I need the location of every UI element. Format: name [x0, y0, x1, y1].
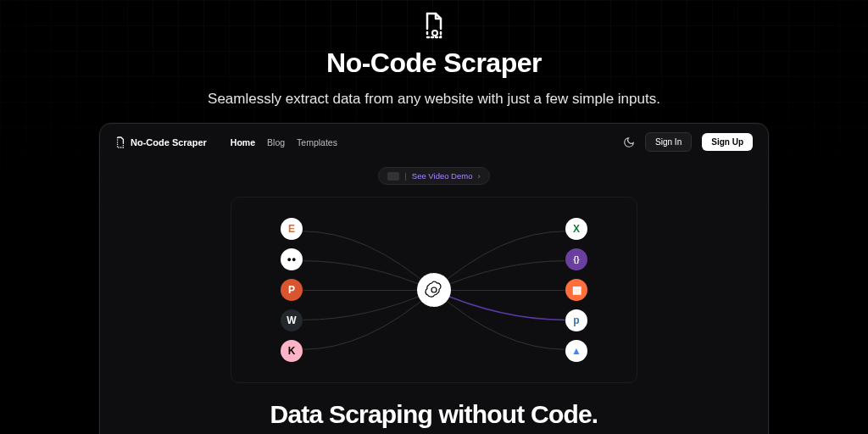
integration-diagram: E●●PWK X{}▦p▲: [231, 197, 637, 383]
svg-point-1: [431, 287, 437, 292]
center-openai-icon: [417, 273, 451, 307]
mockup-navbar: No-Code Scraper Home Blog Templates Sign…: [100, 124, 768, 160]
node-wordpress-icon: W: [281, 309, 303, 331]
nav-templates[interactable]: Templates: [297, 137, 337, 147]
nav-blog[interactable]: Blog: [267, 137, 285, 147]
node-drive-icon: ▲: [565, 340, 587, 362]
node-json-icon: {}: [565, 248, 587, 270]
mockup-brand[interactable]: No-Code Scraper: [115, 136, 207, 148]
video-demo-label: See Video Demo: [412, 171, 473, 181]
mockup-hero-title: Data Scraping without Code.: [100, 400, 768, 429]
node-medium-icon: ●●: [281, 248, 303, 270]
node-klarna-icon: K: [281, 340, 303, 362]
page-subtitle: Seamlessly extract data from any website…: [0, 91, 868, 108]
node-python-icon: p: [565, 309, 587, 331]
logo-icon: [422, 12, 446, 39]
mockup-brand-text: No-Code Scraper: [131, 137, 207, 147]
svg-point-0: [432, 31, 437, 36]
page-title: No-Code Scraper: [0, 47, 868, 79]
target-column: X{}▦p▲: [565, 218, 587, 362]
chevron-right-icon: ›: [477, 171, 480, 181]
product-mockup: No-Code Scraper Home Blog Templates Sign…: [99, 123, 769, 434]
video-demo-pill[interactable]: | See Video Demo ›: [378, 167, 489, 185]
video-thumb-icon: [387, 172, 399, 181]
node-etsy-icon: E: [281, 218, 303, 240]
node-excel-icon: X: [565, 218, 587, 240]
source-column: E●●PWK: [281, 218, 303, 362]
signup-button[interactable]: Sign Up: [702, 133, 753, 151]
node-producthunt-icon: P: [281, 279, 303, 301]
node-sheets-icon: ▦: [565, 279, 587, 301]
signin-button[interactable]: Sign In: [645, 132, 692, 152]
theme-toggle-icon[interactable]: [623, 136, 635, 148]
nav-home[interactable]: Home: [231, 137, 255, 147]
